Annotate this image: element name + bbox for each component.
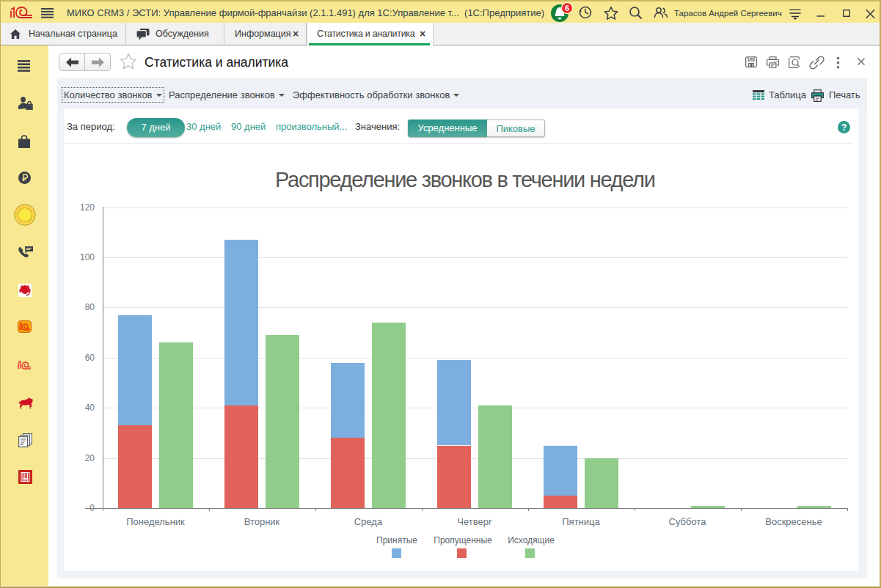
svg-text:6: 6 xyxy=(565,4,569,12)
